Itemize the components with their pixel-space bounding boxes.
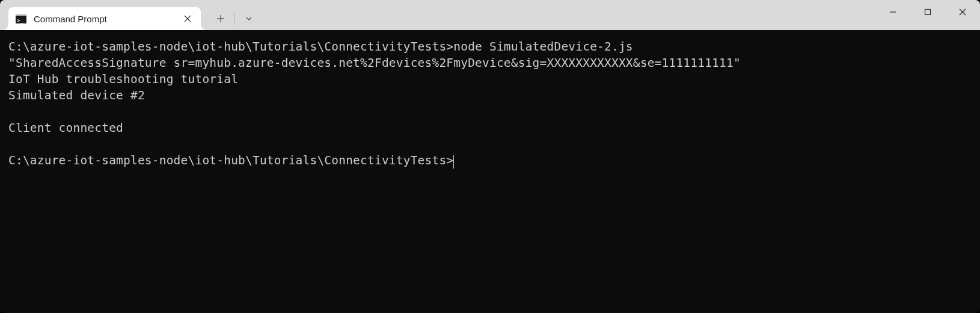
tab-dropdown-button[interactable] [237,9,260,28]
prompt-path: C:\azure-iot-samples-node\iot-hub\Tutori… [8,40,453,54]
chevron-down-icon [245,15,253,22]
command-prompt-icon: >_ [16,13,26,24]
output-line: Simulated device #2 [8,88,145,102]
tab-close-button[interactable] [182,13,194,25]
window-controls [875,0,980,24]
maximize-button[interactable] [910,0,945,24]
terminal-output[interactable]: C:\azure-iot-samples-node\iot-hub\Tutori… [0,30,980,313]
prompt-path: C:\azure-iot-samples-node\iot-hub\Tutori… [8,153,453,167]
output-line: Client connected [8,121,123,135]
minimize-button[interactable] [875,0,910,24]
terminal-cursor [453,155,454,169]
titlebar: >_ Command Prompt [0,0,980,30]
output-line: IoT Hub troubleshooting tutorial [8,72,238,86]
svg-text:>_: >_ [17,17,23,23]
maximize-icon [923,8,932,16]
close-icon [958,8,967,16]
close-icon [184,15,191,22]
tabbar-buttons [201,7,260,30]
command-text: node SimulatedDevice-2.js [453,40,633,54]
close-window-button[interactable] [945,0,980,24]
svg-rect-2 [16,16,26,16]
svg-rect-9 [925,10,931,15]
output-line: "SharedAccessSignature sr=myhub.azure-de… [8,56,741,70]
tab-command-prompt[interactable]: >_ Command Prompt [8,7,201,30]
new-tab-button[interactable] [209,9,232,28]
tab-title: Command Prompt [34,14,174,24]
minimize-icon [889,8,897,16]
tabbar-divider [234,13,235,25]
plus-icon [216,14,225,23]
